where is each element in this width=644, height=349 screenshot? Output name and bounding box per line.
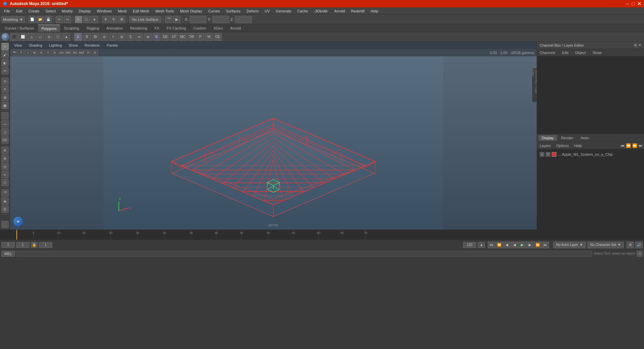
render-button[interactable]: 🎬 [165, 16, 172, 23]
tab-fx-caching[interactable]: FX Caching [163, 24, 189, 32]
snap-to-grid-button[interactable]: # [1, 86, 9, 93]
menu-edit[interactable]: Edit [13, 8, 25, 14]
viewport[interactable]: View Shading Lighting Show Renderer Pane… [10, 42, 537, 230]
separate-tool[interactable]: ⊟ [118, 33, 126, 41]
node-editor-button[interactable]: ⬡ [1, 179, 9, 186]
tab-animation[interactable]: Animation [103, 24, 126, 32]
lasso-tool-button[interactable]: ⬡ [83, 16, 90, 23]
pyramid-tool[interactable]: ▲ [62, 33, 70, 41]
outliner-button[interactable]: ☰ [1, 205, 9, 213]
fill-hole-tool[interactable]: ⊘ [100, 33, 108, 41]
sphere-tool[interactable]: ⚬ [1, 33, 9, 41]
next-keyframe-btn[interactable]: ⏩ [534, 242, 541, 248]
close-button[interactable]: ✕ [637, 1, 641, 6]
range-end-input[interactable] [463, 242, 476, 248]
vp-display-btn[interactable]: D [52, 50, 58, 56]
maximize-button[interactable]: □ [632, 1, 635, 6]
select-tool-button[interactable]: ↖ [75, 16, 82, 23]
target-weld-tool[interactable]: TW [187, 33, 196, 41]
channel-box-button[interactable]: ≡ [1, 171, 9, 178]
menu-edit-mesh[interactable]: Edit Mesh [130, 8, 152, 14]
offset-edge-tool[interactable]: OE [214, 33, 222, 41]
tab-sculpting[interactable]: Sculpting [61, 24, 83, 32]
menu-surfaces[interactable]: Surfaces [223, 8, 243, 14]
show-grid-button[interactable]: ⊞ [1, 94, 9, 101]
layer-color-swatch[interactable] [552, 152, 556, 157]
channels-nav[interactable]: Channels [538, 50, 556, 55]
viewport-3d[interactable]: X Y [10, 56, 537, 230]
wedge-tool[interactable]: W [205, 33, 213, 41]
hypershade-button[interactable]: ◈ [1, 197, 9, 205]
minimize-button[interactable]: ─ [626, 1, 629, 6]
x-input[interactable] [190, 16, 206, 23]
vp-transform-btn[interactable]: T [18, 50, 24, 56]
torus-tool[interactable]: ◎ [45, 33, 53, 41]
menu-create[interactable]: Create [26, 8, 42, 14]
menu-uv[interactable]: UV [262, 8, 272, 14]
sculpt-button[interactable]: ◐ [1, 59, 9, 66]
layer-visibility-v[interactable]: V [540, 152, 544, 157]
y-input[interactable] [212, 16, 229, 23]
combine-tool[interactable]: + [109, 33, 117, 41]
layer-visibility-p[interactable]: P [546, 152, 550, 157]
anim-tab[interactable]: Anim [577, 135, 592, 141]
extra-tools-button[interactable]: … [1, 221, 9, 228]
channel-box-close-btn[interactable]: ✕ [638, 43, 641, 47]
menu-help[interactable]: Help [368, 8, 381, 14]
quick-layout-button[interactable]: ▦ [1, 102, 9, 109]
delete-edge-tool[interactable]: DE [161, 33, 169, 41]
menu-arnold[interactable]: Arnold [332, 8, 348, 14]
z-input[interactable] [235, 16, 252, 23]
boolean-tool[interactable]: ⊕ [144, 33, 152, 41]
prev-keyframe-btn[interactable]: ⏪ [495, 242, 503, 248]
menu-mesh[interactable]: Mesh [115, 8, 129, 14]
command-input[interactable] [16, 251, 593, 257]
viewport-menu-view[interactable]: View [13, 43, 23, 48]
menu-cache[interactable]: Cache [294, 8, 311, 14]
cut-faces-tool[interactable]: CF [170, 33, 178, 41]
menu-display[interactable]: Display [76, 8, 94, 14]
multi-cut-tool[interactable]: MC [179, 33, 187, 41]
vp-shaded-btn[interactable]: S [38, 50, 44, 56]
anim-layer-dropdown[interactable]: No Anim Layer ▼ [553, 242, 586, 248]
prism-tool[interactable]: ⬡ [54, 33, 62, 41]
smooth-tool[interactable]: S [126, 33, 135, 41]
skip-to-end-btn[interactable]: ⏭ [542, 242, 549, 248]
render-tab[interactable]: Render [558, 135, 577, 141]
menu-redshift[interactable]: Redshift [348, 8, 367, 14]
mode-dropdown[interactable]: Modeling ▼ [1, 16, 25, 23]
tab-xgen[interactable]: XGen [210, 24, 226, 32]
menu-3dto-all[interactable]: -3DtoAll- [311, 8, 331, 14]
audio-btn[interactable]: 🔊 [635, 242, 643, 248]
history-button[interactable]: ◷ [1, 163, 9, 170]
display-tab[interactable]: Display [538, 135, 557, 141]
undo-button[interactable]: ↩ [56, 16, 63, 23]
menu-select[interactable]: Select [43, 8, 59, 14]
vp-ss-btn[interactable]: SS [72, 50, 78, 56]
paint-select-button[interactable]: ● [91, 16, 98, 23]
no-live-surface-btn[interactable]: No Live Surface [129, 16, 161, 23]
range-lock-btn[interactable]: 🔒 [31, 242, 38, 248]
render-settings-button[interactable]: 🎬 [1, 189, 9, 197]
menu-generate[interactable]: Generate [273, 8, 294, 14]
paint-brush-button[interactable]: 🖌 [1, 51, 9, 58]
uv-mode-button[interactable]: UV [1, 136, 9, 144]
dra-btn2[interactable]: ⏪ [626, 143, 631, 148]
vp-ms-btn[interactable]: MS [65, 50, 71, 56]
viewport-menu-panels[interactable]: Panels [105, 43, 119, 48]
cylinder-tool[interactable]: ⬜ [19, 33, 27, 41]
vp-hud-btn[interactable]: H [85, 50, 91, 56]
redo-button[interactable]: ↪ [64, 16, 71, 23]
menu-deform[interactable]: Deform [244, 8, 261, 14]
options-nav[interactable]: Options [555, 143, 570, 148]
cone-tool[interactable]: △ [28, 33, 36, 41]
skip-to-start-btn[interactable]: ⏮ [488, 242, 495, 248]
timeline-ruler[interactable]: 1 5 10 15 20 25 30 35 40 45 50 55 60 [0, 230, 644, 240]
bridge-tool[interactable]: Br [92, 33, 100, 41]
rotate-tool-button[interactable]: ↻ [110, 16, 117, 23]
side-tab-indicator[interactable]: Channel Box / Layer Editor [532, 68, 537, 102]
viewport-menu-shading[interactable]: Shading [28, 43, 44, 48]
tab-arnold[interactable]: Arnold [227, 24, 245, 32]
range-end-lock-btn[interactable]: ▲ [478, 242, 485, 248]
save-button[interactable]: 💾 [45, 16, 52, 23]
